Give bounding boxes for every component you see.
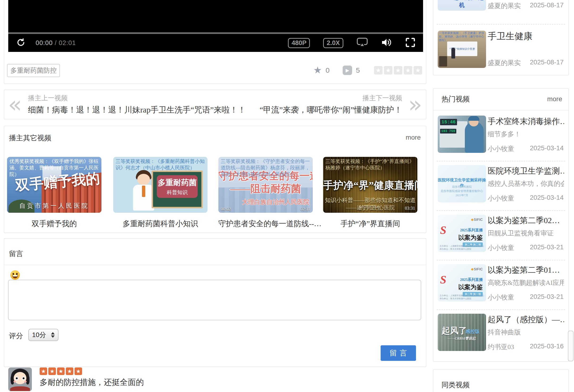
hot-video-thumb[interactable]: S ◆SIFIC 2025系列直播 以案为鉴 第二季 第二期 主办单位：上海斯菲…	[438, 215, 486, 252]
video-player[interactable]: 00:00 / 02:01 480P 2.0X	[8, 0, 423, 52]
hot-video-thumb[interactable]: 起风了 感控版 ——CRBSI零容忍	[438, 314, 486, 351]
rating-star-icon[interactable]: ★	[384, 66, 392, 75]
video-progress-bar[interactable]	[8, 32, 423, 34]
comments-card: 留言 评分 10分 留言	[4, 238, 426, 367]
prev-video-title[interactable]: 细菌！病毒！退！退！退！川妹rap手卫生洗手“咒语”来啦！！	[28, 104, 246, 115]
rating-star-icon[interactable]: ★	[394, 66, 402, 75]
airplay-icon[interactable]	[357, 38, 368, 48]
recent-videos-card: ——“感”退新生危机 盛夏的果实 2025-08-17 一等奖获奖视频：《手卫健…	[433, 0, 569, 76]
recent-video-thumb[interactable]: 一等奖获奖视频：《手卫健康》罗佳欣、蒋羽婷、汤小萍等（遂宁市中心医院） “手卫”…	[438, 31, 486, 68]
thumb-time-start: 00:02	[221, 206, 231, 212]
other-video-thumb[interactable]: 三等奖获奖视频：《多重耐药菌科普小知识》何志才（中山市小榄人民医院） 多重耐药菌…	[113, 157, 207, 213]
rating-star-icon[interactable]: ★	[414, 66, 422, 75]
next-chevrons-icon: »	[408, 97, 422, 112]
speed-button[interactable]: 2.0X	[323, 38, 343, 48]
hot-videos-card: 热门视频 more 15:46 193 759 手术室终末消毒操作… 细节多多！…	[433, 88, 569, 362]
recent-video-thumb[interactable]: ——“感”退新生危机	[438, 0, 486, 11]
thumb-led-clock: 15:46	[440, 119, 457, 125]
thumb-brand: ◆SIFIC	[471, 267, 483, 271]
hot-video-thumb[interactable]: 医院环境卫生学监测采样操作 启东市人民医院 启东市医院感染管理质量控制中心 20…	[438, 165, 486, 202]
hot-video-subtitle: 感控人员基本功，你真的会采	[488, 179, 564, 188]
favorite-star-icon[interactable]: ★	[313, 65, 322, 75]
play-count: 5	[356, 66, 360, 74]
thumb-subtitle-text: ——CRBSI零容忍	[448, 336, 476, 341]
grinning-emoji-icon[interactable]	[10, 270, 20, 280]
video-date: 2025-03-21	[530, 293, 564, 301]
hot-video-thumb[interactable]: S ◆SIFIC 2025系列直播 以案为鉴 第二季 第一期 主办单位：上海斯菲…	[438, 264, 486, 301]
rating-widget[interactable]: ★ ★ ★ ★ ★	[374, 66, 422, 75]
thumb-time-end: 02:11	[300, 206, 310, 212]
thumb-line: 启东市人民医院	[438, 185, 486, 189]
other-video-thumb[interactable]: 三等奖获奖视频：《守护患者安全的每一道防线---阻击耐药菌》杨彦芬，段丽屏，梁婷…	[218, 157, 313, 213]
favorite-count: 0	[326, 66, 330, 74]
thumb-led-digits: 193 759	[440, 129, 456, 133]
rating-star-icon[interactable]: ★	[374, 66, 383, 75]
other-video-title[interactable]: 守护患者安全的每一道防线--…	[218, 219, 313, 229]
thumb-tagline: 2025系列直播	[460, 277, 483, 282]
thumb-version-label: 感控版	[466, 328, 480, 335]
hot-video-title[interactable]: 以案为鉴第二季02…	[488, 215, 564, 226]
comment-star-icon: ★	[66, 368, 73, 375]
thumb-caption: 优秀奖获奖视频：《双手赠予我的》张钰涵、姜文婧、曹莉等（自贡市第一人民医院）	[9, 158, 100, 178]
diamond-icon: ◆	[471, 217, 474, 222]
similar-videos-card: 同类视频	[433, 369, 569, 392]
page-scrollbar-thumb[interactable]	[568, 331, 574, 361]
fullscreen-icon[interactable]	[406, 38, 415, 48]
video-date: 2025-03-21	[530, 243, 564, 251]
thumb-main-title: 起风了	[441, 325, 467, 337]
video-tag[interactable]: 多重耐药菌防控	[7, 64, 60, 77]
video-player-card: 00:00 / 02:01 480P 2.0X 多重耐药菌防控	[4, 0, 426, 84]
next-video-label: 播主下一视频	[260, 94, 402, 103]
volume-icon[interactable]	[381, 38, 392, 48]
hot-video-thumb[interactable]: 15:46 193 759	[438, 116, 486, 153]
replay-icon[interactable]	[16, 38, 26, 48]
thumb-org-line: 承办单位：复旦大学附属中山医院	[440, 297, 472, 300]
hot-video-title[interactable]: 以案为鉴第二季01…	[488, 265, 564, 275]
hot-video-title[interactable]: 医院环境卫生学监测…	[488, 165, 564, 176]
hot-video-title[interactable]: 手术室终末消毒操作…	[488, 116, 564, 127]
comment-star-icon: ★	[48, 368, 56, 375]
hot-video-item[interactable]: 医院环境卫生学监测采样操作 启东市人民医院 启东市医院感染管理质量控制中心 20…	[438, 165, 564, 211]
rating-star-icon[interactable]: ★	[404, 66, 412, 75]
thumb-caption: 三等奖获奖视频：《守护患者安全的每一道防线---阻击耐药菌》杨彦芬，段丽屏，梁婷…	[221, 158, 311, 178]
rating-select[interactable]: 10分	[28, 329, 59, 341]
player-controls: 00:00 / 02:01 480P 2.0X	[8, 34, 423, 52]
video-date: 2025-03-14	[530, 194, 564, 201]
current-time: 00:00	[36, 39, 53, 46]
quality-button[interactable]: 480P	[288, 38, 310, 48]
hot-videos-more-link[interactable]: more	[547, 95, 562, 103]
prev-video-link[interactable]: « 播主上一视频 细菌！病毒！退！退！退！川妹rap手卫生洗手“咒语”来啦！！	[8, 94, 246, 115]
hot-video-item[interactable]: 15:46 193 759 手术室终末消毒操作… 细节多多！ 小小牧童 2025…	[438, 116, 564, 162]
hot-video-item[interactable]: S ◆SIFIC 2025系列直播 以案为鉴 第二季 第一期 主办单位：上海斯菲…	[438, 264, 564, 310]
video-date: 2025-03-16	[530, 342, 564, 350]
thumb-caption: 一等奖获奖视频：《手卫健康》罗佳欣、蒋羽婷、汤小萍等（遂宁市中心医院）	[439, 31, 485, 42]
submit-comment-button[interactable]: 留言	[381, 345, 416, 361]
thumb-caption: 三等奖获奖视频：《手护“净”界直播间》杨雅婷（遂宁市中心医院）	[326, 158, 415, 171]
hot-video-item[interactable]: S ◆SIFIC 2025系列直播 以案为鉴 第二季 第二期 主办单位：上海斯菲…	[438, 215, 564, 261]
hot-video-subtitle: 细节多多！	[488, 130, 564, 139]
next-video-link[interactable]: 播主下一视频 “甲流”来袭，哪吒带你“闹”懂健康防护！ »	[260, 94, 422, 115]
hot-videos-header: 热门视频	[441, 94, 470, 104]
similar-videos-header: 同类视频	[441, 380, 470, 390]
other-video-title[interactable]: 手护“净”界直播间	[323, 219, 417, 229]
video-author: 小小牧童	[488, 194, 514, 203]
thumb-time-end: 03:31	[405, 206, 415, 211]
rating-select-value: 10分	[32, 330, 46, 339]
other-video-thumb[interactable]: 三等奖获奖视频：《手护“净”界直播间》杨雅婷（遂宁市中心医院） 手护净“界”健康…	[323, 157, 417, 213]
recent-video-title[interactable]: 手卫生健康	[488, 30, 564, 42]
other-videos-more-link[interactable]: more	[406, 134, 421, 141]
hot-video-item[interactable]: 起风了 感控版 ——CRBSI零容忍 起风了（感控版）—… 抖音神曲版 约书亚0…	[438, 314, 564, 360]
comment-input[interactable]	[8, 280, 421, 320]
other-video-thumb[interactable]: 优秀奖获奖视频：《双手赠予我的》张钰涵、姜文婧、曹莉等（自贡市第一人民医院） 双…	[7, 157, 102, 213]
comment-star-icon: ★	[57, 368, 65, 375]
comment-star-icon: ★	[75, 368, 82, 375]
other-video-title[interactable]: 多重耐药菌科普小知识	[113, 219, 207, 229]
thumb-line: 启东市医院感染管理质量控制中心	[438, 189, 486, 193]
other-video-title[interactable]: 双手赠予我的	[7, 219, 102, 229]
comment-star-icon: ★	[40, 368, 47, 375]
hot-video-title[interactable]: 起风了（感控版）—…	[488, 314, 564, 325]
duration: 02:01	[59, 39, 76, 46]
video-author: 盛夏的果实	[488, 59, 521, 67]
prev-chevrons-icon: «	[8, 97, 22, 112]
next-video-title[interactable]: “甲流”来袭，哪吒带你“闹”懂健康防护！	[260, 104, 402, 115]
